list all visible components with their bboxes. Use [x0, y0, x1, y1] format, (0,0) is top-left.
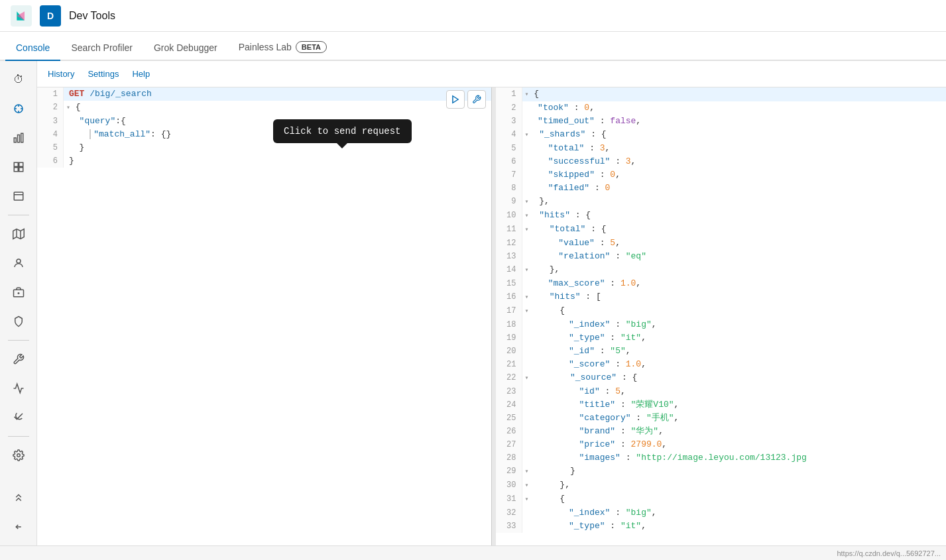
- discover-icon[interactable]: [5, 95, 32, 122]
- output-line-3: 3 "timed_out" : false,: [496, 115, 947, 128]
- svg-point-17: [17, 259, 21, 263]
- line-content: "failed" : 0: [522, 182, 947, 195]
- output-line-32: 32 "_index" : "big",: [496, 506, 947, 520]
- editor-line-1: 1 GET /big/_search: [37, 87, 491, 101]
- output-line-29: 29 ▾ }: [496, 465, 947, 478]
- output-line-11: 11 ▾ "total" : {: [496, 223, 947, 237]
- svg-rect-7: [21, 133, 23, 142]
- app-icon: D: [40, 5, 61, 27]
- tab-grok-debugger[interactable]: Grok Debugger: [143, 36, 228, 61]
- tooltip-wrapper: Click to send request: [273, 119, 411, 143]
- line-content: "_score" : 1.0,: [522, 358, 947, 371]
- line-content: ▾ "_shards" : {: [522, 128, 947, 142]
- line-content: ▾ },: [522, 478, 947, 492]
- line-content: ▾ }: [522, 465, 947, 478]
- output-line-25: 25 "category" : "手机",: [496, 412, 947, 425]
- settings-link[interactable]: Settings: [88, 69, 119, 79]
- line-number: 24: [496, 398, 522, 412]
- apm-icon[interactable]: [5, 279, 32, 306]
- top-bar: D Dev Tools: [0, 0, 946, 32]
- svg-rect-8: [14, 162, 18, 166]
- uptime-icon[interactable]: [5, 404, 32, 431]
- line-number: 23: [496, 385, 522, 398]
- devtools-icon[interactable]: [5, 346, 32, 372]
- line-number: 22: [496, 371, 522, 385]
- line-number: 8: [496, 182, 522, 195]
- line-number: 1: [37, 87, 64, 101]
- svg-marker-14: [13, 229, 24, 239]
- tab-painless-lab[interactable]: Painless Lab BETA: [228, 34, 337, 61]
- tab-search-profiler[interactable]: Search Profiler: [60, 36, 143, 61]
- editor-line-5: 5 }: [37, 141, 491, 154]
- monitoring-icon[interactable]: [5, 375, 32, 402]
- output-line-10: 10 ▾ "hits" : {: [496, 209, 947, 223]
- send-request-tooltip: Click to send request: [273, 119, 411, 143]
- line-content: "_type" : "it",: [522, 520, 947, 533]
- tab-console[interactable]: Console: [5, 36, 60, 61]
- send-request-button[interactable]: [446, 90, 465, 109]
- ml-icon[interactable]: [5, 250, 32, 276]
- line-content: "skipped" : 0,: [522, 168, 947, 182]
- app-title: Dev Tools: [69, 10, 115, 22]
- recently-viewed-icon[interactable]: ⏱: [5, 66, 32, 93]
- line-number: 6: [496, 155, 522, 168]
- line-content: ▾ "total" : {: [522, 223, 947, 237]
- help-link[interactable]: Help: [132, 69, 150, 79]
- tools-button[interactable]: [467, 90, 486, 109]
- line-content: ▾ {: [522, 87, 947, 101]
- line-number: 27: [496, 438, 522, 451]
- history-link[interactable]: History: [48, 69, 74, 79]
- more-icon[interactable]: [5, 484, 32, 511]
- line-number: 6: [37, 154, 64, 168]
- sidebar-divider: [8, 215, 29, 215]
- line-number: 13: [496, 250, 522, 263]
- line-number: 16: [496, 290, 522, 304]
- line-number: 7: [496, 168, 522, 182]
- left-editor[interactable]: 1 GET /big/_search 2 ▾ {: [37, 87, 492, 545]
- line-content: "images" : "http://image.leyou.com/13123…: [522, 451, 947, 465]
- line-number: 10: [496, 209, 522, 223]
- output-line-18: 18 "_index" : "big",: [496, 318, 947, 331]
- beta-badge: BETA: [296, 41, 327, 53]
- siem-icon[interactable]: [5, 308, 32, 335]
- tab-bar: Console Search Profiler Grok Debugger Pa…: [0, 32, 946, 61]
- editor-line-3: 3 "query":{: [37, 115, 491, 128]
- line-content: "timed_out" : false,: [522, 115, 947, 128]
- line-number: 30: [496, 478, 522, 492]
- right-output[interactable]: 1 ▾ { 2 "took" : 0, 3 "timed_out" : fals…: [496, 87, 947, 545]
- output-line-2: 2 "took" : 0,: [496, 101, 947, 115]
- line-number: 3: [496, 115, 522, 128]
- output-line-23: 23 "id" : 5,: [496, 385, 947, 398]
- line-content: "value" : 5,: [522, 237, 947, 250]
- line-number: 4: [37, 128, 64, 141]
- line-content: }: [64, 141, 491, 154]
- line-content: ▾ {: [522, 492, 947, 506]
- maps-icon[interactable]: [5, 221, 32, 247]
- line-number: 3: [37, 115, 64, 128]
- line-content: "_index" : "big",: [522, 318, 947, 331]
- output-line-7: 7 "skipped" : 0,: [496, 168, 947, 182]
- management-icon[interactable]: [5, 442, 32, 469]
- output-line-15: 15 "max_score" : 1.0,: [496, 277, 947, 290]
- canvas-icon[interactable]: [5, 183, 32, 209]
- line-content: "took" : 0,: [522, 101, 947, 115]
- line-number: 29: [496, 465, 522, 478]
- dashboard-icon[interactable]: [5, 154, 32, 180]
- output-line-17: 17 ▾ {: [496, 304, 947, 318]
- line-number: 26: [496, 425, 522, 438]
- line-content: "price" : 2799.0,: [522, 438, 947, 451]
- line-number: 2: [37, 101, 64, 115]
- line-content: "category" : "手机",: [522, 412, 947, 425]
- sidebar-divider-3: [8, 436, 29, 437]
- output-line-8: 8 "failed" : 0: [496, 182, 947, 195]
- output-line-13: 13 "relation" : "eq": [496, 250, 947, 263]
- output-line-30: 30 ▾ },: [496, 478, 947, 492]
- kibana-logo: [11, 5, 32, 27]
- line-number: 25: [496, 412, 522, 425]
- line-content: "brand" : "华为",: [522, 425, 947, 438]
- line-number: 2: [496, 101, 522, 115]
- collapse-icon[interactable]: [5, 514, 32, 540]
- visualize-icon[interactable]: [5, 125, 32, 151]
- line-content: "total" : 3,: [522, 142, 947, 155]
- line-content: ▾ },: [522, 195, 947, 209]
